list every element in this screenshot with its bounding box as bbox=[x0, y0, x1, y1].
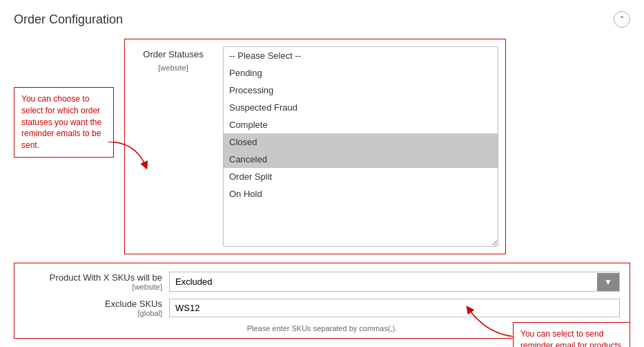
order-statuses-field-row: Order Statuses [website] -- Please Selec… bbox=[132, 46, 498, 247]
product-sku-label-col: Product With X SKUs will be [website] bbox=[24, 272, 162, 291]
exclude-skus-label-col: Exclude SKUs [global] bbox=[24, 299, 162, 317]
select-arrow-icon[interactable]: ▼ bbox=[597, 273, 619, 291]
collapse-button[interactable]: ⌃ bbox=[614, 11, 630, 28]
option-please-select[interactable]: -- Please Select -- bbox=[224, 47, 498, 64]
exclude-skus-label: Exclude SKUs bbox=[24, 299, 162, 309]
tooltip-right: You can select to send reminder email fo… bbox=[513, 322, 630, 347]
page-title: Order Configuration bbox=[14, 12, 123, 27]
option-order-split[interactable]: Order Split bbox=[224, 168, 498, 185]
option-closed[interactable]: Closed bbox=[224, 133, 498, 151]
product-sku-field-row: Product With X SKUs will be [website] Ex… bbox=[24, 272, 620, 292]
exclude-skus-input-col bbox=[169, 299, 620, 317]
product-sku-sublabel: [website] bbox=[24, 283, 162, 291]
tooltip-left: You can choose to select for which order… bbox=[14, 87, 114, 158]
tooltip-left-text: You can choose to select for which order… bbox=[21, 94, 101, 150]
tooltip-right-text: You can select to send reminder email fo… bbox=[520, 329, 621, 347]
product-sku-input-col: Excluded Included ▼ bbox=[169, 272, 620, 292]
exclude-skus-field-row: Exclude SKUs [global] bbox=[24, 299, 620, 317]
order-statuses-label: Order Statuses bbox=[132, 49, 215, 59]
order-statuses-listbox[interactable]: -- Please Select -- Pending Processing S… bbox=[223, 46, 498, 247]
main-content-wrapper: You can choose to select for which order… bbox=[14, 39, 630, 339]
excluded-select[interactable]: Excluded Included bbox=[170, 272, 597, 291]
option-pending[interactable]: Pending bbox=[224, 64, 498, 82]
exclude-skus-sublabel: [global] bbox=[24, 309, 162, 317]
order-statuses-box: Order Statuses [website] -- Please Selec… bbox=[124, 39, 506, 254]
order-statuses-label-col: Order Statuses [website] bbox=[132, 46, 215, 72]
tooltip-right-arrow bbox=[465, 302, 517, 337]
excluded-select-wrapper: Excluded Included ▼ bbox=[169, 272, 620, 292]
option-suspected-fraud[interactable]: Suspected Fraud bbox=[224, 99, 498, 116]
order-statuses-sublabel: [website] bbox=[132, 64, 215, 72]
option-canceled[interactable]: Canceled bbox=[224, 151, 498, 168]
listbox-wrapper: -- Please Select -- Pending Processing S… bbox=[223, 46, 498, 247]
option-on-hold[interactable]: On Hold bbox=[224, 185, 498, 203]
option-complete[interactable]: Complete bbox=[224, 116, 498, 133]
option-processing[interactable]: Processing bbox=[224, 82, 498, 99]
exclude-skus-input[interactable] bbox=[169, 299, 620, 317]
section-header: Order Configuration ⌃ bbox=[14, 11, 630, 28]
product-sku-label: Product With X SKUs will be bbox=[24, 272, 162, 283]
